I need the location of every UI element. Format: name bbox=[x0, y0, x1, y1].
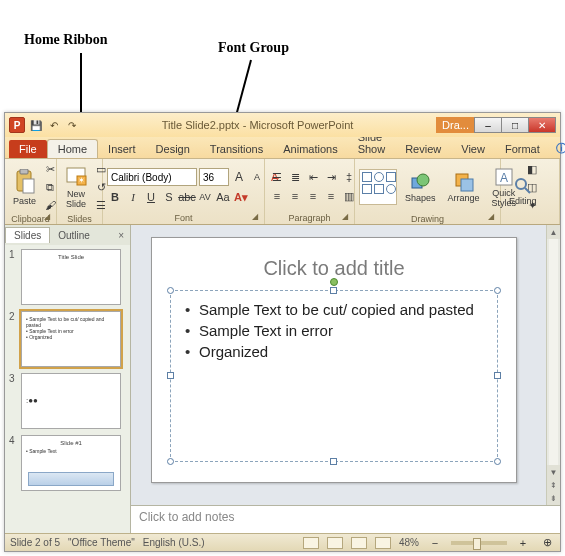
editing-label: Editing bbox=[509, 196, 537, 206]
bullet-item[interactable]: Sample Text to be cut/ copied and pasted bbox=[183, 299, 485, 320]
editing-button[interactable]: Editing bbox=[505, 175, 541, 208]
ribbon: Paste ✂ ⧉ 🖌 Clipboard ◢ ✶ New Slide bbox=[5, 159, 560, 225]
paste-button[interactable]: Paste bbox=[9, 167, 40, 208]
tab-home[interactable]: Home bbox=[47, 139, 98, 158]
content-placeholder[interactable]: Sample Text to be cut/ copied and pasted… bbox=[170, 290, 498, 462]
inc-indent-button[interactable]: ⇥ bbox=[323, 169, 339, 185]
shapes-button[interactable]: Shapes bbox=[401, 170, 440, 205]
thumb-title: Title Slide bbox=[26, 254, 116, 260]
status-theme: "Office Theme" bbox=[68, 537, 135, 548]
pane-tab-slides[interactable]: Slides bbox=[5, 227, 50, 243]
new-slide-icon: ✶ bbox=[65, 166, 87, 188]
font-size-input[interactable] bbox=[199, 168, 229, 186]
new-slide-button[interactable]: ✶ New Slide bbox=[61, 164, 91, 211]
fit-to-window-button[interactable]: ⊕ bbox=[539, 535, 555, 551]
vertical-scrollbar[interactable]: ▲ ▼ ⇞ ⇟ bbox=[546, 225, 560, 505]
group-editing: Editing bbox=[501, 159, 560, 224]
shrink-font-button[interactable]: A bbox=[249, 169, 265, 185]
qat-redo-icon[interactable]: ↷ bbox=[65, 118, 79, 132]
strike-button[interactable]: abc bbox=[179, 189, 195, 205]
underline-button[interactable]: U bbox=[143, 189, 159, 205]
zoom-in-button[interactable]: + bbox=[515, 535, 531, 551]
grow-font-button[interactable]: A bbox=[231, 169, 247, 185]
shadow-button[interactable]: S bbox=[161, 189, 177, 205]
copy-icon[interactable]: ⧉ bbox=[42, 179, 58, 195]
align-right-button[interactable]: ≡ bbox=[305, 188, 321, 204]
align-center-button[interactable]: ≡ bbox=[287, 188, 303, 204]
reading-view-button[interactable] bbox=[351, 537, 367, 549]
bullets-button[interactable]: ☰ bbox=[269, 169, 285, 185]
svg-rect-9 bbox=[461, 179, 473, 191]
scroll-down-icon[interactable]: ▼ bbox=[547, 465, 560, 479]
font-launcher[interactable]: ◢ bbox=[252, 212, 262, 222]
numbering-button[interactable]: ≣ bbox=[287, 169, 303, 185]
tab-format[interactable]: Format bbox=[495, 140, 550, 158]
group-paragraph: ☰ ≣ ⇤ ⇥ ‡ ↕ ≡ ≡ ≡ ≡ ▥ ⬚ bbox=[265, 159, 355, 224]
dec-indent-button[interactable]: ⇤ bbox=[305, 169, 321, 185]
bullet-item[interactable]: Organized bbox=[183, 341, 485, 362]
new-slide-label: New Slide bbox=[66, 189, 86, 209]
contextual-tab-label: Dra... bbox=[436, 117, 475, 133]
slides-label: Slides bbox=[61, 213, 98, 225]
drawing-label: Drawing bbox=[359, 213, 496, 225]
group-drawing: Shapes Arrange A Quick Styles ◧ ◫ ✦ Draw… bbox=[355, 159, 501, 224]
thumb-num: 1 bbox=[9, 249, 17, 260]
slide-canvas[interactable]: Click to add title Sample Text to be cut… bbox=[151, 237, 517, 483]
help-icon[interactable]: ⓘ bbox=[550, 139, 565, 158]
prev-slide-icon[interactable]: ⇞ bbox=[547, 478, 560, 492]
tab-file[interactable]: File bbox=[9, 140, 47, 158]
tab-animations[interactable]: Animations bbox=[273, 140, 347, 158]
thumb-line: • Sample Text bbox=[26, 448, 116, 454]
thumbnail-3[interactable]: 3 :●● bbox=[9, 373, 126, 429]
minimize-button[interactable]: – bbox=[474, 117, 502, 133]
editing-group-label bbox=[505, 222, 555, 224]
case-button[interactable]: Aa bbox=[215, 189, 231, 205]
arrange-button[interactable]: Arrange bbox=[444, 170, 484, 205]
qat-undo-icon[interactable]: ↶ bbox=[47, 118, 61, 132]
italic-button[interactable]: I bbox=[125, 189, 141, 205]
format-painter-icon[interactable]: 🖌 bbox=[42, 197, 58, 213]
thumbnail-1[interactable]: 1 Title Slide bbox=[9, 249, 126, 305]
annotation-home-ribbon: Home Ribbon bbox=[24, 32, 108, 48]
spacing-button[interactable]: AV bbox=[197, 189, 213, 205]
font-color-button[interactable]: A▾ bbox=[233, 189, 249, 205]
maximize-button[interactable]: □ bbox=[501, 117, 529, 133]
thumbnail-4[interactable]: 4 Slide #1 • Sample Text bbox=[9, 435, 126, 491]
find-icon bbox=[514, 177, 532, 195]
normal-view-button[interactable] bbox=[303, 537, 319, 549]
zoom-level[interactable]: 48% bbox=[399, 537, 419, 548]
paragraph-launcher[interactable]: ◢ bbox=[342, 212, 352, 222]
slideshow-view-button[interactable] bbox=[375, 537, 391, 549]
next-slide-icon[interactable]: ⇟ bbox=[547, 491, 560, 505]
slides-pane: Slides Outline × 1 Title Slide 2 • Sampl… bbox=[5, 225, 131, 533]
tab-view[interactable]: View bbox=[451, 140, 495, 158]
thumb-num: 4 bbox=[9, 435, 17, 446]
notes-pane[interactable]: Click to add notes bbox=[131, 505, 560, 533]
tab-review[interactable]: Review bbox=[395, 140, 451, 158]
shape-gallery[interactable] bbox=[359, 169, 397, 205]
rotate-handle[interactable] bbox=[330, 278, 338, 286]
font-name-input[interactable] bbox=[107, 168, 197, 186]
tab-design[interactable]: Design bbox=[146, 140, 200, 158]
scroll-up-icon[interactable]: ▲ bbox=[547, 225, 560, 239]
status-language[interactable]: English (U.S.) bbox=[143, 537, 205, 548]
group-clipboard: Paste ✂ ⧉ 🖌 Clipboard ◢ bbox=[5, 159, 57, 224]
bullet-item[interactable]: Sample Text in error bbox=[183, 320, 485, 341]
zoom-slider[interactable] bbox=[451, 541, 507, 545]
tab-insert[interactable]: Insert bbox=[98, 140, 146, 158]
bold-button[interactable]: B bbox=[107, 189, 123, 205]
cut-icon[interactable]: ✂ bbox=[42, 161, 58, 177]
close-button[interactable]: ✕ bbox=[528, 117, 556, 133]
align-left-button[interactable]: ≡ bbox=[269, 188, 285, 204]
pane-tab-outline[interactable]: Outline bbox=[50, 228, 98, 243]
justify-button[interactable]: ≡ bbox=[323, 188, 339, 204]
thumbnail-2[interactable]: 2 • Sample Text to be cut/ copied and pa… bbox=[9, 311, 126, 367]
zoom-out-button[interactable]: − bbox=[427, 535, 443, 551]
clipboard-launcher[interactable]: ◢ bbox=[44, 212, 54, 222]
tab-transitions[interactable]: Transitions bbox=[200, 140, 273, 158]
drawing-launcher[interactable]: ◢ bbox=[488, 212, 498, 222]
sorter-view-button[interactable] bbox=[327, 537, 343, 549]
slide-editor[interactable]: Click to add title Sample Text to be cut… bbox=[131, 225, 560, 505]
pane-close-icon[interactable]: × bbox=[112, 230, 130, 241]
qat-save-icon[interactable]: 💾 bbox=[29, 118, 43, 132]
